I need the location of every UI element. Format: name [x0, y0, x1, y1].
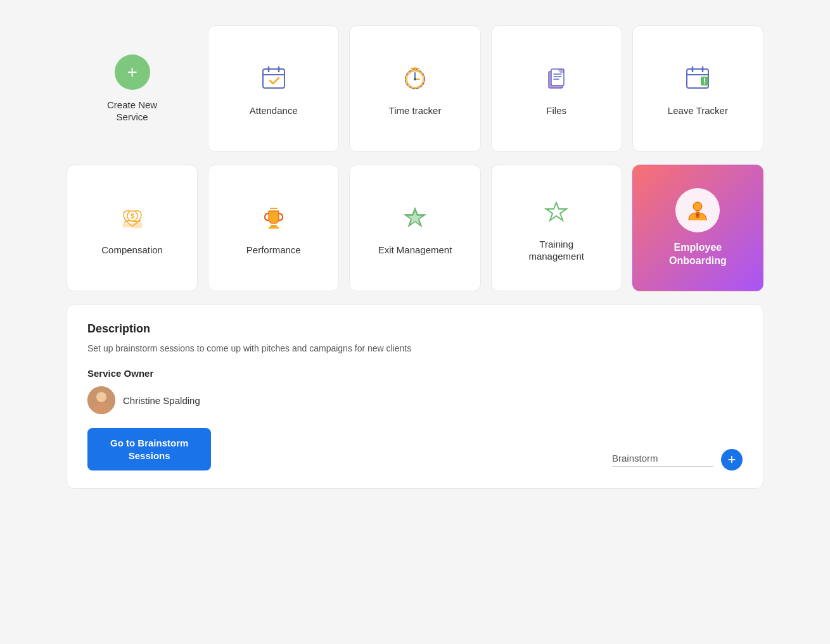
- goto-brainstorm-button[interactable]: Go to Brainstorm Sessions: [87, 428, 211, 470]
- time-tracker-icon: [397, 60, 433, 96]
- brainstorm-section: Brainstorm +: [612, 449, 743, 470]
- svg-point-36: [96, 392, 106, 402]
- create-icon: +: [115, 54, 150, 90]
- performance-label: Performance: [246, 244, 301, 256]
- description-panel: Description Set up brainstorm sessions t…: [67, 304, 763, 489]
- add-brainstorm-button[interactable]: +: [721, 449, 743, 470]
- files-label: Files: [546, 104, 566, 117]
- training-management-icon: [539, 194, 574, 229]
- attendance-label: Attendance: [250, 104, 298, 117]
- attendance-icon: [256, 60, 291, 96]
- owner-info: Christine Spalding: [87, 386, 211, 414]
- svg-point-23: [704, 83, 705, 84]
- services-row-2: $ Compensation Performance: [67, 165, 763, 291]
- time-tracker-label: Time tracker: [389, 104, 442, 117]
- svg-rect-26: [271, 225, 277, 227]
- avatar: [87, 386, 115, 414]
- svg-marker-31: [546, 203, 566, 220]
- exit-management-card[interactable]: Exit Management: [349, 165, 480, 291]
- files-card[interactable]: Files: [491, 25, 622, 152]
- bottom-row: Christine Spalding Go to Brainstorm Sess…: [87, 386, 743, 470]
- performance-card[interactable]: Performance: [208, 165, 339, 291]
- bottom-left: Christine Spalding Go to Brainstorm Sess…: [87, 386, 211, 470]
- training-management-card[interactable]: Training management: [491, 165, 622, 291]
- leave-tracker-label: Leave Tracker: [668, 104, 728, 117]
- owner-name: Christine Spalding: [123, 395, 200, 406]
- training-management-label: Training management: [528, 238, 584, 263]
- description-text: Set up brainstorm sessions to come up wi…: [87, 342, 743, 355]
- create-new-service-label: Create New Service: [107, 99, 157, 123]
- exit-management-label: Exit Management: [378, 244, 452, 256]
- leave-tracker-icon: [680, 60, 715, 96]
- svg-point-10: [414, 78, 416, 80]
- leave-tracker-card[interactable]: Leave Tracker: [632, 25, 763, 152]
- svg-text:$: $: [131, 212, 134, 220]
- create-new-service-card[interactable]: + Create New Service: [67, 25, 198, 152]
- service-owner-label: Service Owner: [87, 368, 743, 379]
- svg-rect-0: [263, 69, 284, 88]
- compensation-label: Compensation: [101, 244, 163, 256]
- time-tracker-card[interactable]: Time tracker: [349, 25, 480, 152]
- description-title: Description: [87, 322, 743, 336]
- files-icon: [539, 60, 574, 96]
- services-row-1: + Create New Service Attendance: [67, 25, 763, 152]
- svg-point-32: [693, 202, 702, 211]
- main-container: + Create New Service Attendance: [67, 25, 763, 489]
- svg-rect-27: [269, 227, 279, 229]
- compensation-icon: $: [115, 199, 150, 235]
- exit-management-icon: [397, 199, 433, 235]
- attendance-card[interactable]: Attendance: [208, 25, 339, 152]
- employee-onboarding-label: Employee Onboarding: [669, 241, 727, 268]
- brainstorm-label: Brainstorm: [612, 453, 713, 467]
- employee-onboarding-icon: [675, 188, 720, 232]
- employee-onboarding-card[interactable]: Employee Onboarding: [632, 165, 763, 291]
- compensation-card[interactable]: $ Compensation: [67, 165, 198, 291]
- performance-icon: [256, 199, 291, 235]
